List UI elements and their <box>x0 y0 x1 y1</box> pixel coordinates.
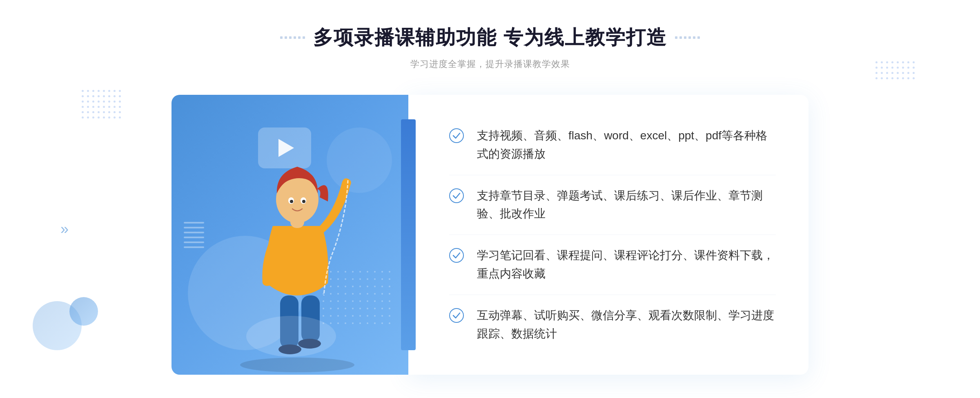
svg-point-12 <box>450 129 463 143</box>
title-decorator-left <box>280 36 305 39</box>
check-icon-3 <box>449 248 464 263</box>
header-section: 多项录播课辅助功能 专为线上教学打造 学习进度全掌握，提升录播课教学效果 <box>280 25 699 70</box>
title-decorator-right <box>675 36 700 39</box>
svg-point-9 <box>290 200 293 203</box>
illustration-panel <box>172 95 408 375</box>
check-icon-2 <box>449 188 464 203</box>
left-dot-pattern <box>82 90 121 119</box>
svg-point-13 <box>450 189 463 203</box>
feature-item-4: 互动弹幕、试听购买、微信分享、观看次数限制、学习进度跟踪、数据统计 <box>449 295 776 355</box>
person-illustration <box>224 136 371 375</box>
title-row: 多项录播课辅助功能 专为线上教学打造 <box>280 25 699 51</box>
svg-point-10 <box>302 200 305 203</box>
feature-item-1: 支持视频、音频、flash、word、excel、ppt、pdf等各种格式的资源… <box>449 115 776 175</box>
feature-item-2: 支持章节目录、弹题考试、课后练习、课后作业、章节测验、批改作业 <box>449 175 776 235</box>
feature-text-2: 支持章节目录、弹题考试、课后练习、课后作业、章节测验、批改作业 <box>477 187 776 224</box>
svg-point-14 <box>450 248 463 262</box>
check-icon-1 <box>449 128 464 143</box>
feature-item-3: 学习笔记回看、课程提问、课程评论打分、课件资料下载，重点内容收藏 <box>449 235 776 295</box>
features-panel: 支持视频、音频、flash、word、excel、ppt、pdf等各种格式的资源… <box>408 95 808 375</box>
feature-text-3: 学习笔记回看、课程提问、课程评论打分、课件资料下载，重点内容收藏 <box>477 246 776 283</box>
chevron-left-icon: » <box>60 221 69 238</box>
svg-point-15 <box>450 309 463 322</box>
right-dot-pattern <box>875 61 915 79</box>
feature-text-4: 互动弹幕、试听购买、微信分享、观看次数限制、学习进度跟踪、数据统计 <box>477 306 776 343</box>
svg-point-0 <box>240 358 354 372</box>
illus-stripes <box>184 222 204 248</box>
main-content: 支持视频、音频、flash、word、excel、ppt、pdf等各种格式的资源… <box>172 95 808 375</box>
blue-bar-accent <box>401 119 416 350</box>
page-container: » 多项录播课辅助功能 专为线上教学打造 学习进度全掌握，提升录播课教学效果 <box>0 0 980 398</box>
deco-circle-small <box>69 297 98 326</box>
feature-text-1: 支持视频、音频、flash、word、excel、ppt、pdf等各种格式的资源… <box>477 127 776 163</box>
svg-point-11 <box>246 316 336 357</box>
page-title: 多项录播课辅助功能 专为线上教学打造 <box>313 25 666 51</box>
check-icon-4 <box>449 308 464 323</box>
page-subtitle: 学习进度全掌握，提升录播课教学效果 <box>280 58 699 70</box>
